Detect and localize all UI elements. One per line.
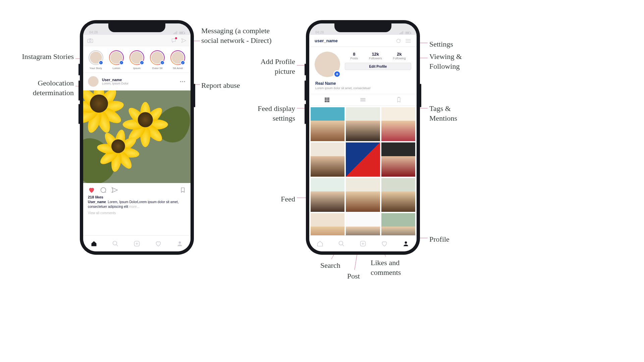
profile-realname: Real Name — [315, 81, 411, 86]
post-location[interactable]: Lorem, Ipsum Dolor — [102, 82, 176, 85]
nav-add-icon[interactable] — [133, 240, 140, 247]
share-icon[interactable] — [111, 187, 118, 193]
grid-tile[interactable] — [381, 107, 415, 141]
svg-line-33 — [116, 244, 118, 246]
post-avatar[interactable] — [88, 76, 99, 87]
stories-row[interactable]: +Your Story ✓Lorem ✓Ipsum ✓Dolor Sit ✓Si… — [83, 46, 191, 73]
phone-notch — [334, 23, 391, 32]
svg-rect-52 — [361, 101, 366, 102]
nav-activity-icon[interactable] — [155, 240, 162, 247]
battery-icon — [405, 32, 411, 34]
profile-biotext: Lorem ipsum dolor sit amet, consectetuer — [315, 86, 411, 90]
stat-posts[interactable]: 8Posts — [350, 52, 358, 60]
feed-display-tabs — [309, 94, 417, 106]
profile-grid[interactable] — [309, 106, 417, 247]
svg-point-37 — [179, 241, 181, 244]
svg-rect-48 — [327, 101, 328, 102]
svg-rect-45 — [327, 99, 328, 100]
story-item[interactable]: ✓Dolor Sit — [150, 50, 165, 70]
post-image[interactable] — [83, 90, 191, 183]
feed-tab-tagged-icon[interactable] — [381, 94, 417, 106]
status-time: 04:28 — [89, 31, 98, 34]
svg-rect-44 — [325, 99, 326, 100]
profile-avatar[interactable]: + — [315, 52, 340, 77]
battery-icon — [179, 32, 184, 34]
grid-tile[interactable] — [381, 178, 415, 212]
like-icon[interactable] — [88, 186, 95, 194]
post-username[interactable]: User_name — [102, 78, 176, 82]
comment-icon[interactable] — [100, 187, 107, 193]
bottom-nav — [83, 235, 191, 251]
status-time: 04:28 — [315, 31, 324, 34]
svg-line-54 — [342, 244, 344, 246]
camera-icon[interactable] — [87, 38, 93, 43]
phone-notch — [108, 23, 165, 32]
nav-home-icon[interactable] — [317, 240, 323, 247]
add-story-badge[interactable]: + — [99, 60, 103, 65]
svg-rect-47 — [325, 101, 326, 102]
svg-rect-43 — [328, 98, 329, 99]
grid-tile[interactable] — [311, 142, 344, 176]
story-item[interactable]: ✓Lorem — [108, 50, 124, 70]
caption-user[interactable]: User_name — [88, 200, 106, 204]
svg-rect-50 — [361, 98, 366, 99]
svg-point-29 — [89, 40, 91, 42]
post-more-icon[interactable]: ••• — [180, 79, 186, 83]
phone-profile-mock: 04:28 user_name + 8Posts 12kFollowers 2k… — [306, 20, 420, 255]
nav-search-icon[interactable] — [338, 240, 345, 247]
profile-bio: Real Name Lorem ipsum dolor sit amet, co… — [309, 80, 417, 94]
caption-more[interactable]: more... — [129, 205, 140, 208]
grid-tile[interactable] — [346, 142, 380, 176]
bookmark-icon[interactable] — [180, 187, 186, 193]
likes-count[interactable]: 218 likes — [83, 195, 191, 199]
nav-home-icon[interactable] — [91, 240, 97, 247]
menu-icon[interactable] — [405, 39, 411, 43]
nav-search-icon[interactable] — [112, 240, 119, 247]
feed-topbar — [83, 35, 191, 46]
signal-icon — [399, 31, 403, 34]
svg-point-53 — [339, 241, 343, 245]
edit-profile-button[interactable]: Edit Profile — [345, 63, 411, 70]
profile-header: user_name — [309, 35, 417, 47]
svg-rect-42 — [327, 98, 328, 99]
svg-point-58 — [405, 241, 407, 244]
feed-tab-grid-icon[interactable] — [309, 94, 345, 106]
view-all-comments[interactable]: View all comments — [83, 210, 191, 218]
profile-info: + 8Posts 12kFollowers 2kFollowing Edit P… — [309, 47, 417, 80]
svg-rect-51 — [361, 100, 366, 101]
grid-tile[interactable] — [346, 107, 380, 141]
nav-add-icon[interactable] — [360, 240, 366, 247]
refresh-icon[interactable] — [396, 38, 401, 44]
svg-point-32 — [113, 241, 117, 245]
grid-tile[interactable] — [311, 178, 344, 212]
feed-tab-list-icon[interactable] — [345, 94, 381, 106]
add-photo-icon[interactable]: + — [333, 70, 341, 78]
grid-tile[interactable] — [346, 178, 380, 212]
story-own[interactable]: +Your Story — [88, 50, 104, 70]
nav-profile-icon[interactable] — [176, 240, 183, 247]
svg-rect-49 — [328, 101, 329, 102]
story-item[interactable]: ✓Sit Amet — [170, 50, 186, 70]
signal-icon — [173, 31, 177, 34]
phone-feed-mock: 04:28 +Your Story ✓Lorem — [80, 20, 194, 255]
nav-profile-icon[interactable] — [402, 240, 409, 247]
post-header: User_name Lorem, Ipsum Dolor ••• — [83, 73, 191, 90]
direct-icon[interactable] — [181, 38, 186, 43]
stat-following[interactable]: 2kFollowing — [393, 52, 406, 60]
stat-followers[interactable]: 12kFollowers — [369, 52, 382, 60]
post-actionbar — [83, 183, 191, 195]
grid-tile[interactable] — [311, 107, 344, 141]
post-caption: User_name Lorem, Ipsum DolorLorem ipsum … — [83, 199, 191, 210]
svg-rect-30 — [89, 38, 91, 39]
profile-username[interactable]: user_name — [315, 38, 338, 43]
inbox-icon[interactable] — [171, 38, 176, 43]
nav-activity-icon[interactable] — [381, 240, 388, 247]
story-item[interactable]: ✓Ipsum — [129, 50, 145, 70]
svg-rect-46 — [328, 99, 329, 100]
grid-tile[interactable] — [381, 142, 415, 176]
svg-rect-41 — [325, 98, 326, 99]
bottom-nav — [309, 235, 417, 251]
